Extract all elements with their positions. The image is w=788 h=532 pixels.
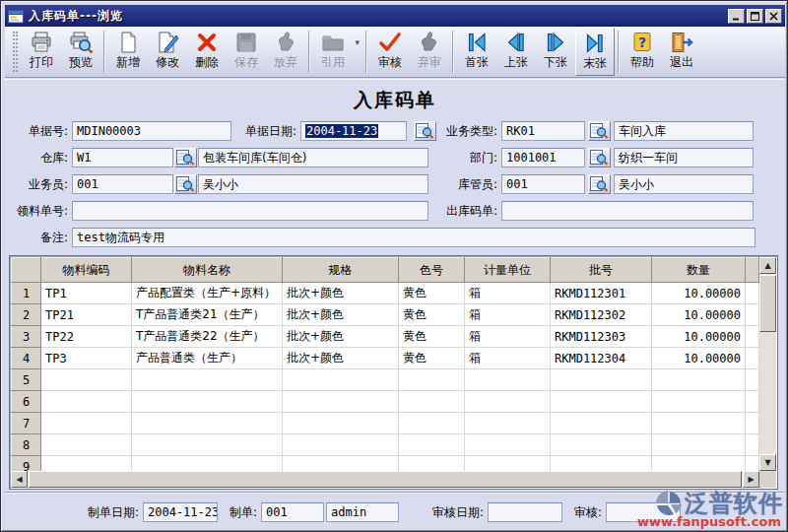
grid-cell[interactable]	[399, 369, 465, 391]
horizontal-scroll-thumb[interactable]	[29, 471, 742, 488]
row-number-cell[interactable]: 5	[12, 369, 41, 391]
grid-cell[interactable]: 箱	[465, 326, 551, 348]
grid-cell[interactable]	[41, 456, 132, 472]
toolbar-first-button[interactable]: 首张	[457, 28, 496, 76]
grid-cell[interactable]	[652, 434, 746, 456]
grid-cell[interactable]	[132, 434, 283, 456]
grid-cell[interactable]: 10.00000	[652, 283, 746, 304]
grid-cell[interactable]: TP21	[41, 304, 132, 326]
grid-cell[interactable]	[283, 456, 399, 472]
grid-cell[interactable]: 黄色	[399, 348, 465, 369]
toolbar-new-button[interactable]: 新增	[108, 28, 148, 76]
toolbar-preview-button[interactable]: 预览	[61, 28, 100, 76]
grid-cell[interactable]	[283, 413, 399, 434]
storekeeper-code-field[interactable]: 001	[501, 174, 585, 194]
salesman-code-field[interactable]: 001	[72, 174, 173, 194]
grid-cell[interactable]	[132, 369, 283, 391]
grid-cell[interactable]	[551, 456, 652, 472]
grid-cell[interactable]: 批次+颜色	[283, 348, 399, 369]
grid-cell[interactable]: RKMD112301	[551, 283, 652, 304]
grid-cell[interactable]: TP1	[41, 283, 132, 304]
row-number-cell[interactable]: 6	[12, 391, 41, 413]
grid-cell[interactable]: 批次+颜色	[283, 283, 399, 304]
row-number-cell[interactable]: 4	[12, 348, 41, 369]
grid-cell[interactable]	[465, 434, 551, 456]
biz-type-code-field[interactable]: RK01	[501, 121, 585, 141]
dropdown-arrow-icon[interactable]: ▾	[355, 37, 360, 47]
toolbar-edit-button[interactable]: 修改	[148, 28, 187, 76]
row-number-cell[interactable]: 3	[12, 326, 41, 348]
grid-cell[interactable]: TP3	[41, 348, 132, 369]
row-number-cell[interactable]: 8	[12, 434, 41, 456]
grid-cell[interactable]: 产品配置类（生产+原料）	[132, 283, 283, 304]
remark-field[interactable]: test物流码专用	[72, 228, 755, 247]
grid-cell[interactable]	[652, 456, 746, 472]
grid-cell[interactable]	[652, 391, 746, 413]
department-lookup-button[interactable]	[588, 148, 611, 167]
scroll-up-button[interactable]: ▲	[759, 257, 776, 274]
warehouse-lookup-button[interactable]	[174, 148, 197, 167]
grid-cell[interactable]	[283, 369, 399, 391]
row-number-cell[interactable]: 1	[12, 283, 41, 304]
warehouse-code-field[interactable]: W1	[72, 148, 173, 167]
grid-cell[interactable]	[465, 369, 551, 391]
toolbar-save-button[interactable]: 保存	[227, 28, 266, 76]
toolbar-discard-button[interactable]: 放弃	[266, 28, 305, 76]
grid-cell[interactable]	[41, 434, 132, 456]
toolbar-help-button[interactable]: ?帮助	[623, 28, 662, 76]
toolbar-last-button[interactable]: 末张	[575, 28, 615, 76]
grid-cell[interactable]	[551, 391, 652, 413]
grid-cell[interactable]: 箱	[465, 304, 551, 326]
toolbar-print-button[interactable]: 打印	[22, 28, 61, 76]
biz-type-name-field[interactable]: 车间入库	[614, 121, 754, 141]
minimize-button[interactable]	[728, 9, 745, 24]
scroll-left-button[interactable]: ◀	[11, 471, 28, 488]
grid-cell[interactable]	[465, 391, 551, 413]
biz-type-lookup-button[interactable]	[588, 121, 611, 141]
toolbar-reference-button[interactable]: 引用▾	[313, 28, 353, 76]
grid-cell[interactable]: 箱	[465, 283, 551, 304]
storekeeper-lookup-button[interactable]	[588, 174, 611, 194]
grid-cell[interactable]	[399, 413, 465, 434]
grid-cell[interactable]: 黄色	[399, 326, 465, 348]
grid-cell[interactable]	[399, 434, 465, 456]
scroll-right-button[interactable]: ▶	[743, 471, 759, 488]
grid-cell[interactable]: 箱	[465, 348, 551, 369]
warehouse-name-field[interactable]: 包装车间库(车间仓)	[198, 148, 428, 167]
grid-cell[interactable]: RKMD112303	[551, 326, 652, 348]
grid-cell[interactable]	[41, 413, 132, 434]
grid-cell[interactable]	[652, 413, 746, 434]
grid-cell[interactable]	[132, 391, 283, 413]
row-number-cell[interactable]: 9	[12, 456, 41, 472]
grid-cell[interactable]: T产品普通类22（生产）	[132, 326, 283, 348]
vertical-scrollbar[interactable]: ▲ ▼	[759, 257, 776, 471]
grid-cell[interactable]	[41, 369, 132, 391]
grid-cell[interactable]: RKMD112302	[551, 304, 652, 326]
grid-cell[interactable]: 批次+颜色	[283, 304, 399, 326]
grid-cell[interactable]: 产品普通类（生产）	[132, 348, 283, 369]
toolbar-exit-button[interactable]: 退出	[662, 28, 701, 76]
toolbar-delete-button[interactable]: 删除	[187, 28, 227, 76]
grid-cell[interactable]: 10.00000	[652, 348, 746, 369]
maximize-button[interactable]	[747, 9, 763, 24]
storekeeper-name-field[interactable]: 吴小小	[614, 174, 754, 194]
horizontal-scrollbar[interactable]: ◀ ▶	[11, 471, 759, 488]
grid-cell[interactable]	[283, 434, 399, 456]
toolbar-gripper[interactable]	[13, 32, 18, 72]
grid-cell[interactable]	[132, 456, 283, 472]
grid-cell[interactable]	[465, 413, 551, 434]
grid-cell[interactable]: 10.00000	[652, 304, 746, 326]
grid-cell[interactable]	[283, 391, 399, 413]
grid-cell[interactable]	[41, 391, 132, 413]
grid-cell[interactable]	[399, 391, 465, 413]
grid-cell[interactable]	[551, 413, 652, 434]
grid-cell[interactable]: 黄色	[399, 304, 465, 326]
department-code-field[interactable]: 1001001	[501, 148, 585, 167]
close-button[interactable]	[765, 9, 782, 24]
grid-cell[interactable]	[551, 369, 652, 391]
grid-cell[interactable]	[132, 413, 283, 434]
grid-cell[interactable]	[465, 456, 551, 472]
grid-cell[interactable]	[399, 456, 465, 472]
grid-cell[interactable]: 黄色	[399, 283, 465, 304]
vertical-scroll-thumb[interactable]	[759, 275, 776, 332]
